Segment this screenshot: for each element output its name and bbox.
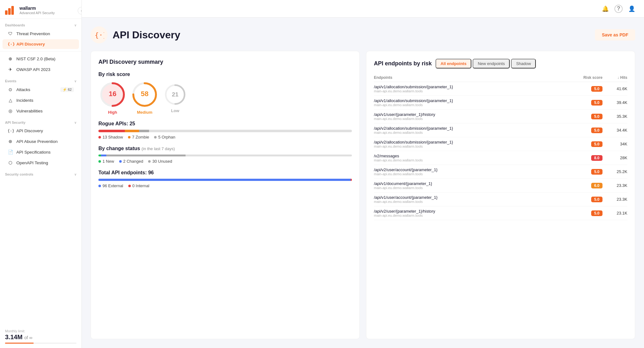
tab-all-endpoints[interactable]: All endpoints — [436, 59, 471, 68]
save-pdf-button[interactable]: Save as PDF — [595, 29, 635, 41]
endpoint-domain: main-api.eu.demo.wallarm.tools — [374, 200, 558, 204]
endpoints-header: API endpoints by risk All endpoints New … — [374, 59, 627, 68]
sidebar-item-owasp-api[interactable]: ✈ OWASP API 2023 — [3, 64, 79, 74]
risk-badge: 5.0 — [591, 100, 602, 106]
monthly-limit-value: 3.14M of ∞ — [5, 334, 76, 341]
page-icon: {·} — [91, 26, 108, 43]
endpoint-domain: main-api.eu.demo.wallarm.tools — [374, 131, 558, 134]
hits-cell: 23.1K — [602, 206, 627, 220]
help-icon[interactable]: ? — [614, 5, 623, 13]
api-specs-icon: 📄 — [8, 150, 13, 155]
new-legend-item: 1 New — [98, 159, 114, 164]
rogue-apis-section: Rogue APIs: 25 13 Shadow — [98, 121, 352, 139]
medium-gauge: 58 Medium — [130, 80, 159, 115]
table-row[interactable]: /api/v1/document/{parameter_1} main-api.… — [374, 179, 627, 193]
risk-score-cell: 5.0 — [558, 137, 602, 151]
sidebar-item-api-specs[interactable]: 📄 API Specifications — [3, 147, 79, 157]
topbar: 🔔 ? 👤 — [82, 0, 644, 18]
endpoint-domain: main-api.eu.demo.wallarm.tools — [374, 144, 558, 148]
table-row[interactable]: /v2/messages main-api.eu.demo.wallarm.to… — [374, 151, 627, 165]
risk-badge: 6.0 — [591, 183, 602, 188]
table-row[interactable]: /api/v1/allocation/submission/{parameter… — [374, 82, 627, 96]
change-bar-unused — [106, 155, 186, 156]
endpoints-bar-internal — [351, 179, 352, 181]
endpoints-by-risk-title: API endpoints by risk — [374, 60, 432, 67]
api-security-chevron-icon: ∨ — [74, 121, 76, 124]
notification-bell-icon[interactable]: 🔔 — [602, 5, 609, 12]
endpoint-domain: main-api.eu.demo.wallarm.tools — [374, 172, 558, 176]
low-gauge-svg: 21 — [163, 82, 188, 107]
tab-shadow-endpoints[interactable]: Shadow — [511, 59, 536, 68]
sidebar-item-nist-csf[interactable]: ⊕ NIST CSF 2.0 (Beta) — [3, 54, 79, 64]
monthly-limit-label: Monthly limit: — [5, 329, 76, 333]
high-gauge: 16 High — [98, 80, 127, 115]
table-row[interactable]: /api/v2/allocation/submission/{parameter… — [374, 123, 627, 137]
endpoint-path: /api/v1/allocation/submission/{parameter… — [374, 84, 558, 89]
hits-cell: 34K — [602, 137, 627, 151]
risk-score-label: By risk score — [98, 72, 352, 77]
endpoint-path: /v2/messages — [374, 154, 558, 158]
high-gauge-svg: 16 — [98, 80, 127, 109]
risk-score-section: By risk score 16 High — [98, 72, 352, 115]
col-risk-score: Risk score — [558, 73, 602, 82]
section-label-api-security: API Security ∨ — [0, 116, 81, 126]
svg-rect-2 — [11, 6, 14, 15]
tab-new-endpoints[interactable]: New endpoints — [473, 59, 510, 68]
sidebar-item-incidents[interactable]: △ Incidents — [3, 95, 79, 105]
table-row[interactable]: /api/v1/allocation/submission/{parameter… — [374, 96, 627, 110]
sidebar-item-attacks[interactable]: ⊙ Attacks ⚡ 62 — [3, 84, 79, 95]
endpoint-cell: /api/v1/user/{parameter_1}/history main-… — [374, 110, 558, 123]
col-hits: ↓ Hits — [602, 73, 627, 82]
hits-cell: 23.3K — [602, 179, 627, 193]
endpoint-path: /api/v1/document/{parameter_1} — [374, 181, 558, 186]
change-status-title: By change status (in the last 7 days) — [98, 146, 352, 151]
endpoints-legend: 96 External 0 Internal — [98, 183, 352, 188]
hits-cell: 35.3K — [602, 110, 627, 123]
shield-icon: 🛡 — [8, 31, 13, 36]
table-row[interactable]: /api/v2/user/account/{parameter_1} main-… — [374, 165, 627, 179]
sidebar-item-openapi[interactable]: ⬡ OpenAPI Testing — [3, 158, 79, 168]
sidebar: wallarm Advanced API Security ‹ Dashboar… — [0, 0, 82, 348]
endpoint-path: /api/v1/allocation/submission/{parameter… — [374, 98, 558, 103]
endpoints-table: Endpoints Risk score ↓ Hits /api/v1/allo… — [374, 73, 627, 220]
medium-gauge-label: Medium — [137, 110, 152, 115]
low-gauge-label: Low — [171, 108, 179, 113]
sidebar-item-api-abuse[interactable]: ⊛ API Abuse Prevention — [3, 136, 79, 146]
zombie-dot — [128, 136, 130, 139]
svg-text:16: 16 — [109, 90, 116, 98]
user-avatar-icon[interactable]: 👤 — [628, 5, 635, 12]
external-legend-item: 96 External — [98, 183, 123, 188]
risk-badge: 5.0 — [591, 128, 602, 133]
rogue-bar — [98, 130, 352, 132]
nist-icon: ⊕ — [8, 56, 13, 61]
risk-badge: 5.0 — [591, 210, 602, 216]
sidebar-item-vulnerabilities[interactable]: ◎ Vulnerabilities — [3, 106, 79, 116]
endpoint-path: /api/v2/allocation/submission/{parameter… — [374, 126, 558, 131]
attacks-icon: ⊙ — [8, 87, 13, 92]
zombie-legend-item: 7 Zombie — [128, 135, 149, 139]
total-endpoints-section: Total API endpoints: 96 96 External — [98, 170, 352, 188]
section-label-events: Events ∨ — [0, 75, 81, 84]
endpoint-path: /api/v1/user/account/{parameter_1} — [374, 195, 558, 200]
incidents-icon: △ — [8, 98, 13, 103]
gauges-row: 16 High 58 Medium — [98, 80, 352, 115]
table-row[interactable]: /api/v2/user/{parameter_1}/history main-… — [374, 206, 627, 220]
table-row[interactable]: /api/v1/user/{parameter_1}/history main-… — [374, 110, 627, 123]
risk-badge: 5.0 — [591, 197, 602, 202]
sidebar-item-api-discovery-2[interactable]: {·} API Discovery — [3, 126, 79, 136]
table-row[interactable]: /api/v2/allocation/submission/{parameter… — [374, 137, 627, 151]
rogue-bar-zombie — [125, 130, 139, 132]
table-row[interactable]: /api/v1/user/account/{parameter_1} main-… — [374, 193, 627, 206]
page-header: {·} API Discovery Save as PDF — [91, 26, 635, 43]
endpoint-domain: main-api.eu.demo.wallarm.tools — [374, 186, 558, 190]
sidebar-item-threat-prevention[interactable]: 🛡 Threat Prevention — [3, 29, 79, 39]
sidebar-item-api-discovery[interactable]: {·} API Discovery — [3, 39, 79, 49]
high-gauge-label: High — [108, 110, 117, 115]
endpoints-bar — [98, 179, 352, 181]
endpoint-cell: /api/v1/user/account/{parameter_1} main-… — [374, 193, 558, 206]
endpoint-domain: main-api.eu.demo.wallarm.tools — [374, 214, 558, 217]
endpoint-domain: main-api.eu.demo.wallarm.tools — [374, 117, 558, 121]
logo-name: wallarm — [19, 6, 55, 11]
unused-dot — [148, 160, 151, 163]
change-bar-changed — [101, 155, 106, 156]
